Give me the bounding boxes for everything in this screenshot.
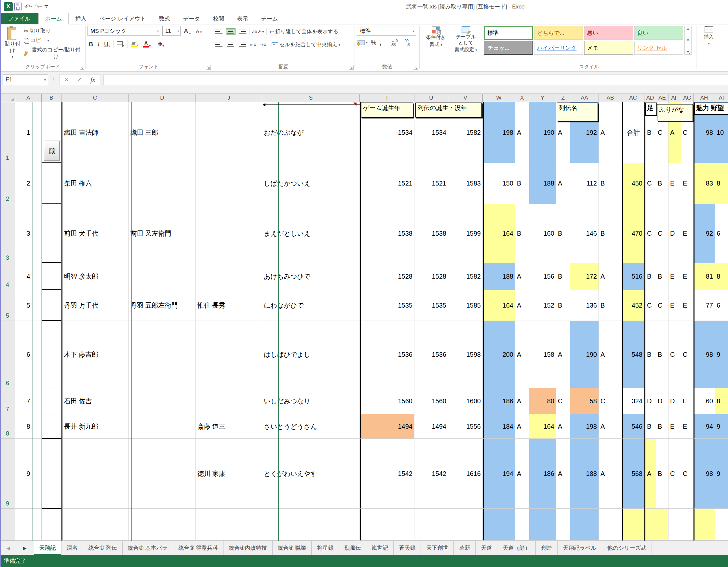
cell-AB1[interactable]: A	[599, 102, 622, 163]
cell-S4[interactable]: あけちみつひで	[262, 263, 360, 290]
cell-J2[interactable]	[196, 163, 262, 204]
cell-AC4[interactable]: 516	[622, 263, 644, 290]
cell-AD6[interactable]: B	[644, 321, 656, 388]
sheet-tab-他のシリーズ武[interactable]: 他のシリーズ武	[602, 541, 652, 555]
cell-AG5[interactable]: E	[681, 290, 694, 321]
column-header-X[interactable]: X	[515, 94, 529, 102]
cell-style-memo[interactable]: メモ	[584, 41, 633, 55]
increase-font-button[interactable]: A▲	[182, 27, 193, 35]
cell-T3[interactable]: 1538	[360, 204, 414, 263]
cell-X2[interactable]: B	[515, 163, 529, 204]
cell-AD8[interactable]: B	[644, 414, 656, 439]
bold-button[interactable]: B	[88, 41, 94, 48]
cell-V5[interactable]: 1585	[448, 290, 483, 321]
cell-AI3[interactable]: 6	[715, 204, 728, 263]
cell-AC1[interactable]: 合計	[622, 102, 644, 163]
cell-AH3[interactable]: 92	[694, 204, 715, 263]
cell-AC5[interactable]: 452	[622, 290, 644, 321]
cell-V3[interactable]: 1599	[448, 204, 483, 263]
sheet-tab-渾名[interactable]: 渾名	[61, 541, 83, 555]
cell-T8[interactable]: 1494	[360, 414, 414, 439]
cell-D6[interactable]	[129, 321, 196, 388]
cell-Y1[interactable]: 190	[529, 102, 556, 163]
cell-U6[interactable]: 1536	[414, 321, 448, 388]
cell-W6[interactable]: 200	[483, 321, 515, 388]
cell-Z9[interactable]: A	[556, 439, 570, 509]
cell-W3[interactable]: 164	[483, 204, 515, 263]
cell-U3[interactable]: 1538	[414, 204, 448, 263]
cell-C3[interactable]: 前田 犬千代	[61, 204, 129, 263]
cell-AB5[interactable]: B	[599, 290, 622, 321]
cell-Z5[interactable]: B	[556, 290, 570, 321]
sheet-tab-天道（顔）[interactable]: 天道（顔）	[497, 541, 536, 555]
cell-X8[interactable]: A	[515, 414, 529, 439]
gallery-scrollbar[interactable]: ▲▼▼̱	[684, 26, 692, 55]
column-header-AG[interactable]: AG	[681, 94, 694, 102]
cell-AF9[interactable]: C	[668, 439, 681, 509]
cell-W[interactable]	[483, 509, 515, 541]
cell-X7[interactable]: A	[515, 388, 529, 414]
cell-Y[interactable]	[529, 509, 556, 541]
phonetic-button[interactable]: 亜▾	[156, 41, 165, 47]
cell-Y8[interactable]: 164	[529, 414, 556, 439]
cell-AI9[interactable]: 9	[715, 439, 728, 509]
tab-ページ レイアウト[interactable]: ページ レイアウト	[93, 13, 153, 24]
cell-B3[interactable]	[42, 204, 61, 263]
cell-B[interactable]	[42, 509, 61, 541]
sheet-tab-蒼天録[interactable]: 蒼天録	[394, 541, 421, 555]
number-format-combo[interactable]: 標準▾	[357, 26, 416, 36]
gallery-more-icon[interactable]: ▼̱	[685, 50, 691, 54]
cell-AH1[interactable]: 98	[694, 102, 715, 163]
sheet-tab-将星録[interactable]: 将星録	[312, 541, 339, 555]
cell-AG3[interactable]: E	[681, 204, 694, 263]
cell-AB9[interactable]: A	[599, 439, 622, 509]
font-size-combo[interactable]: 11▾	[162, 26, 181, 36]
cell-W2[interactable]: 150	[483, 163, 515, 204]
column-header-AB[interactable]: AB	[599, 94, 622, 102]
cell-D[interactable]	[129, 509, 196, 541]
column-header-AH[interactable]: AH	[694, 94, 715, 102]
cell-T7[interactable]: 1560	[360, 388, 414, 414]
cell-S3[interactable]: まえだとしいえ	[262, 204, 360, 263]
cell-AI1[interactable]: 10	[715, 102, 728, 163]
column-header-S[interactable]: S	[262, 94, 360, 102]
sheet-tab-天道[interactable]: 天道	[476, 541, 497, 555]
cell-AD[interactable]	[644, 509, 656, 541]
row-header-2[interactable]: 2	[0, 163, 15, 204]
cell-B7[interactable]	[42, 388, 61, 414]
cell-AD1[interactable]: B	[644, 102, 656, 163]
format-as-table-button[interactable]: テーブルとして 書式設定 ▾	[452, 26, 480, 63]
cell-Z2[interactable]: A	[556, 163, 570, 204]
cell-AI[interactable]	[715, 509, 728, 541]
fill-color-button[interactable]: ▾	[130, 42, 140, 47]
sheet-tab-嵐世記[interactable]: 嵐世記	[366, 541, 394, 555]
align-left-button[interactable]	[214, 41, 224, 48]
cell-D3[interactable]: 前田 又左衛門	[129, 204, 196, 263]
cell-AC3[interactable]: 470	[622, 204, 644, 263]
cell-AD3[interactable]: C	[644, 204, 656, 263]
column-header-D[interactable]: D	[129, 94, 196, 102]
cell-AF[interactable]	[668, 509, 681, 541]
row-header-1[interactable]: 1	[0, 102, 15, 163]
merge-center-button[interactable]: セルを結合して中央揃え▾	[271, 41, 341, 48]
italic-button[interactable]: I	[96, 41, 101, 48]
cell-AG9[interactable]: C	[681, 439, 694, 509]
cell-AA4[interactable]: 172	[570, 263, 599, 290]
row-header-8[interactable]: 8	[0, 414, 15, 439]
cell-A5[interactable]: 5	[15, 290, 42, 321]
cell-C7[interactable]: 石田 佐吉	[61, 388, 129, 414]
cell-W8[interactable]: 184	[483, 414, 515, 439]
cell-T9[interactable]: 1542	[360, 439, 414, 509]
column-header-Y[interactable]: Y	[529, 94, 556, 102]
cell-Z6[interactable]: A	[556, 321, 570, 388]
cell-AF4[interactable]: E	[668, 263, 681, 290]
column-header-AA[interactable]: AA	[570, 94, 599, 102]
cell-Z[interactable]	[556, 509, 570, 541]
cell-AH6[interactable]: 98	[694, 321, 715, 388]
cell-AI8[interactable]: 9	[715, 414, 728, 439]
cell-AD5[interactable]: C	[644, 290, 656, 321]
cell-J7[interactable]	[196, 388, 262, 414]
cell-AD4[interactable]: B	[644, 263, 656, 290]
wrap-text-button[interactable]: ↩折り返して全体を表示する	[269, 28, 339, 35]
cell-S[interactable]	[262, 509, 360, 541]
